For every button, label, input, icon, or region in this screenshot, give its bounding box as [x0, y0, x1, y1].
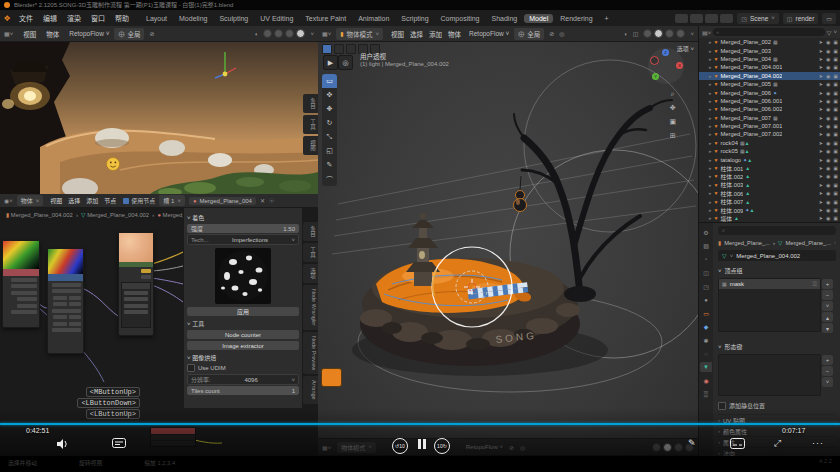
expand-icon[interactable]: ▸: [709, 207, 712, 213]
expand-icon[interactable]: ▸: [709, 56, 712, 62]
hide-in-viewport-icon[interactable]: ◉: [826, 73, 830, 79]
outliner-row[interactable]: ▸ ▼ Merged_Plane_007 ▦ ➤ ◉ ▣: [699, 114, 840, 122]
proportional-edit-icon[interactable]: ◎: [520, 444, 525, 451]
overlay-button[interactable]: [690, 14, 703, 23]
disable-in-render-icon[interactable]: ▣: [833, 48, 838, 54]
notes-pencil-icon[interactable]: ✎: [688, 438, 696, 448]
workspace-tab[interactable]: Shading: [486, 14, 522, 23]
disable-in-render-icon[interactable]: ▣: [833, 199, 838, 205]
object-name[interactable]: rock05: [720, 148, 737, 154]
menu-item[interactable]: 添加: [426, 29, 445, 39]
material-shading-icon[interactable]: [665, 29, 674, 38]
snap-magnet-icon[interactable]: ⊘: [509, 444, 514, 451]
menu-item[interactable]: 窗口: [86, 13, 110, 23]
selectable-icon[interactable]: ➤: [819, 48, 823, 54]
overlay-button[interactable]: [705, 14, 718, 23]
npanel-tab[interactable]: 视图: [303, 136, 318, 155]
workspace-tab[interactable]: Sculpting: [214, 14, 253, 23]
filter-icon[interactable]: ▽: [827, 29, 832, 36]
sidebar-tab[interactable]: Node Preview: [303, 332, 318, 374]
sidebar-tab[interactable]: 条目: [303, 222, 318, 241]
workspace-tab[interactable]: Layout: [141, 14, 172, 23]
particles-tab[interactable]: ✱: [700, 335, 712, 345]
tool-tab[interactable]: ⚙: [700, 227, 712, 237]
outliner-row[interactable]: ▸ ▼ Merged_Plane_007.001 ➤ ◉ ▣: [699, 122, 840, 130]
forward-10s-button[interactable]: 10↻: [434, 438, 450, 454]
expand-icon[interactable]: ▸: [709, 199, 712, 205]
node-mapping[interactable]: [47, 248, 84, 354]
pin-icon[interactable]: ☉: [834, 239, 836, 246]
properties-search-input[interactable]: ⌕: [718, 226, 836, 235]
context-menu-item[interactable]: [151, 440, 195, 446]
main-3d-viewport[interactable]: SONG: [318, 42, 698, 456]
outliner-row[interactable]: ▸ ▼ Merged_Plane_007.002 ➤ ◉ ▣: [699, 130, 840, 138]
disable-in-render-icon[interactable]: ▣: [833, 173, 838, 179]
target-button[interactable]: ◎: [338, 55, 353, 70]
move-up-button[interactable]: ▴: [822, 312, 833, 322]
mode-dropdown[interactable]: ▮ 物体模式˅: [336, 28, 383, 40]
expand-icon[interactable]: ▸: [709, 123, 712, 129]
node-counter-button[interactable]: Node counter: [187, 330, 299, 339]
object-name[interactable]: Merged_Plane_002: [720, 39, 771, 45]
vertex-groups-list[interactable]: ▦ mask ⚿ + − ˅ ▴ ▾: [718, 278, 821, 332]
fullscreen-icon[interactable]: ⤢: [774, 438, 781, 449]
retopoflow-menu[interactable]: RetopoFlow ˅: [69, 30, 109, 37]
menu-item[interactable]: 视图: [47, 196, 65, 205]
object-name[interactable]: Merged_Plane_006.001: [720, 98, 782, 104]
scene-tab[interactable]: ◳: [700, 281, 712, 291]
wireframe-shading-icon[interactable]: [263, 29, 272, 38]
selectable-icon[interactable]: ➤: [819, 157, 823, 163]
snap-magnet-icon[interactable]: ⊘: [549, 30, 554, 37]
sidebar-tab[interactable]: Node Wrangler: [303, 285, 318, 330]
transform-tool[interactable]: ◱: [322, 144, 337, 158]
outliner-row[interactable]: ▸ ▼ Merged_Plane_004.001 ➤ ◉ ▣: [699, 63, 840, 71]
disable-in-render-icon[interactable]: ▣: [833, 56, 838, 62]
selectable-icon[interactable]: ➤: [819, 64, 823, 70]
use-nodes-checkbox[interactable]: 使用节点: [123, 196, 155, 205]
disable-in-render-icon[interactable]: ▣: [833, 182, 838, 188]
group-specials-button[interactable]: ˅: [822, 301, 833, 311]
object-name[interactable]: Merged_Plane_004: [720, 56, 771, 62]
menu-item[interactable]: 选择: [65, 196, 83, 205]
modifier-tab[interactable]: ◆: [700, 322, 712, 332]
editor-type-icon[interactable]: ▦˅: [322, 444, 331, 451]
shading-mode-switch[interactable]: [643, 29, 685, 38]
rewind-10s-button[interactable]: ↺10: [392, 438, 408, 454]
outliner-row[interactable]: ▸ ▼ Merged_Plane_004 ▦ ➤ ◉ ▣: [699, 55, 840, 63]
workspace-tab[interactable]: Texture Paint: [300, 14, 351, 23]
add-group-button[interactable]: +: [822, 279, 833, 289]
selectable-icon[interactable]: ➤: [819, 165, 823, 171]
node-image-texture[interactable]: [118, 232, 154, 336]
workspace-tab[interactable]: Model: [524, 14, 553, 23]
shader-type-dropdown[interactable]: 物体˅: [17, 195, 44, 206]
world-tab[interactable]: ●: [700, 295, 712, 305]
disable-in-render-icon[interactable]: ▣: [833, 165, 838, 171]
disable-in-render-icon[interactable]: ▣: [833, 81, 838, 87]
selectable-icon[interactable]: ➤: [819, 199, 823, 205]
tools-section-header[interactable]: ˅ 工具: [187, 319, 299, 328]
tech-dropdown[interactable]: Tech... Imperfections ˅: [187, 234, 299, 245]
video-progress-bar[interactable]: [0, 423, 840, 425]
menu-item[interactable]: 编辑: [38, 13, 62, 23]
object-name[interactable]: Merged_Plane_007.002: [720, 131, 782, 137]
menu-item[interactable]: 物体: [41, 29, 64, 39]
reference-viewport[interactable]: 3D 游标集合标注 条目工具视图: [0, 42, 318, 194]
collection-toggle[interactable]: [322, 44, 332, 54]
hide-in-viewport-icon[interactable]: ◉: [826, 157, 830, 163]
rendered-shading-icon[interactable]: [676, 29, 685, 38]
hide-in-viewport-icon[interactable]: ◉: [826, 173, 830, 179]
object-name[interactable]: Merged_Plane_007.001: [720, 123, 782, 129]
sidebar-tab[interactable]: 选项: [303, 264, 318, 283]
expand-icon[interactable]: ▸: [709, 165, 712, 171]
material-shading-icon[interactable]: [285, 29, 294, 38]
expand-icon[interactable]: ▸: [709, 173, 712, 179]
material-tab[interactable]: ◉: [700, 376, 712, 386]
workspace-tab[interactable]: UV Editing: [255, 14, 298, 23]
object-name[interactable]: Merged_Plane_005: [720, 81, 771, 87]
viewlayer-tab[interactable]: ◫: [700, 268, 712, 278]
selectable-icon[interactable]: ➤: [819, 190, 823, 196]
menu-item[interactable]: 节点: [101, 196, 119, 205]
outliner-row[interactable]: ▸ ▼ Merged_Plane_004.002 ➤ ◉ ▣: [699, 72, 840, 80]
disable-in-render-icon[interactable]: ▣: [833, 215, 838, 221]
hide-in-viewport-icon[interactable]: ◉: [826, 64, 830, 70]
